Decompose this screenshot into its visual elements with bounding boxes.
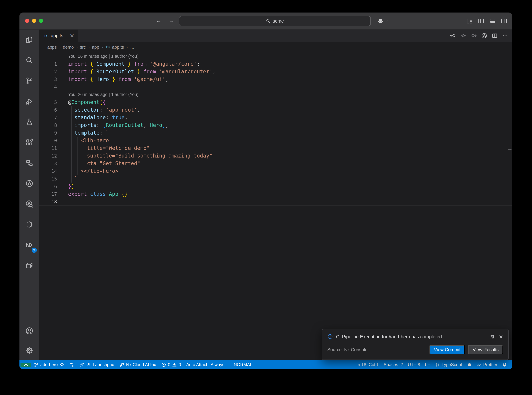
code-line-5[interactable]: 5@Component({ <box>39 99 512 106</box>
statusbar-language-mode[interactable]: {}TypeScript <box>432 360 464 369</box>
split-editor-icon[interactable] <box>492 33 498 38</box>
breadcrumb-item-apps[interactable]: apps <box>47 45 57 49</box>
notification-close-icon[interactable]: ✕ <box>499 334 503 339</box>
search-icon <box>266 19 270 23</box>
activity-item-explorer[interactable] <box>19 30 39 50</box>
changes-icon[interactable] <box>460 33 466 38</box>
line-number: 15 <box>39 175 57 182</box>
code-line-content: subtitle="Build something amazing today" <box>57 152 512 159</box>
activity-item-containers[interactable] <box>19 255 39 276</box>
activity-item-run-debug[interactable] <box>19 91 39 112</box>
more-actions-icon[interactable] <box>502 33 508 38</box>
plug-icon <box>86 362 91 367</box>
code-line-content: title="Welcmoe demo" <box>57 144 512 152</box>
breadcrumb-item-src[interactable]: src <box>80 45 86 49</box>
statusbar-eol[interactable]: LF <box>423 360 432 369</box>
statusbar-notifications-bell[interactable] <box>500 360 509 369</box>
minimize-window-button[interactable] <box>32 19 36 23</box>
statusbar-problems[interactable]: 00 <box>159 360 183 369</box>
command-center-search[interactable]: acme <box>179 16 371 26</box>
view-results-button[interactable]: View Results <box>468 345 503 354</box>
activity-item-nx-console[interactable]: N2 <box>19 235 39 255</box>
activity-item-search[interactable] <box>19 50 39 71</box>
toggle-sidebar-left-icon[interactable] <box>478 17 484 24</box>
code-line-13[interactable]: 13 cta="Get Started" <box>39 159 512 167</box>
code-editor[interactable]: You, 26 minutes ago | 1 author (You)1imp… <box>39 53 512 360</box>
toggle-sidebar-right-icon[interactable] <box>501 17 507 24</box>
zoom-window-button[interactable] <box>39 19 43 23</box>
activity-item-commit-graph[interactable] <box>19 173 39 194</box>
code-line-1[interactable]: 1import { Component } from '@angular/cor… <box>39 60 512 68</box>
back-icon[interactable]: ← <box>156 17 161 24</box>
code-line-17[interactable]: 17export class App {} <box>39 190 512 198</box>
error-icon <box>161 362 166 367</box>
toggle-panel-icon[interactable] <box>489 17 496 24</box>
code-line-8[interactable]: 8 imports: [RouterOutlet, Hero], <box>39 121 512 129</box>
activity-item-settings[interactable] <box>19 340 39 360</box>
code-line-9[interactable]: 9 template: ` <box>39 129 512 137</box>
code-line-7[interactable]: 7 standalone: true, <box>39 114 512 121</box>
statusbar-nx-cloud-fix[interactable]: Nx Cloud AI Fix <box>117 360 158 369</box>
previous-change-icon[interactable] <box>450 33 456 38</box>
statusbar-vim-mode[interactable]: -- NORMAL -- <box>227 360 259 369</box>
notification-settings-gear-icon[interactable] <box>490 334 495 339</box>
indent-guide <box>71 144 72 152</box>
statusbar-branch[interactable]: add-hero <box>31 360 67 369</box>
code-line-content: imports: [RouterOutlet, Hero], <box>57 121 512 129</box>
activity-item-accounts[interactable] <box>19 321 39 340</box>
breadcrumb-item-app[interactable]: app <box>92 45 99 49</box>
line-number: 11 <box>39 144 57 152</box>
next-change-icon[interactable] <box>471 33 477 38</box>
code-line-12[interactable]: 12 subtitle="Build something amazing tod… <box>39 152 512 159</box>
statusbar-cursor-position[interactable]: Ln 18, Col 1 <box>353 360 381 369</box>
rocket-icon <box>80 362 84 367</box>
breadcrumb-item-demo[interactable]: demo <box>63 45 74 49</box>
breadcrumb-item-app.ts[interactable]: app.ts <box>112 45 124 49</box>
activity-item-testing[interactable] <box>19 112 39 132</box>
code-line-2[interactable]: 2import { RouterOutlet } from '@angular/… <box>39 68 512 76</box>
extensions-icon <box>25 138 33 146</box>
code-line-content: selector: 'app-root', <box>57 106 512 114</box>
activity-item-source-control[interactable] <box>19 71 39 91</box>
statusbar-launchpad[interactable]: Launchpad <box>77 360 117 369</box>
code-line-10[interactable]: 10 <lib-hero <box>39 137 512 144</box>
commit-graph-icon[interactable] <box>481 33 487 38</box>
statusbar-compare-changes[interactable] <box>67 360 77 369</box>
indent-guide <box>77 167 78 175</box>
code-line-content: import { RouterOutlet } from '@angular/r… <box>57 68 512 76</box>
code-line-18[interactable]: 18 <box>39 198 512 205</box>
breadcrumb-item-[interactable]: … <box>130 45 134 49</box>
close-tab-icon[interactable]: ✕ <box>70 33 74 38</box>
code-line-11[interactable]: 11 title="Welcmoe demo" <box>39 144 512 152</box>
code-line-content: <lib-hero <box>57 137 512 144</box>
close-window-button[interactable] <box>25 19 29 23</box>
view-commit-button[interactable]: View Commit <box>430 345 465 354</box>
activity-item-edge-tools[interactable] <box>19 214 39 235</box>
tab-app-ts[interactable]: TS app.ts ✕ <box>39 30 78 42</box>
blame-annotation[interactable]: You, 26 minutes ago | 1 author (You) <box>39 53 512 60</box>
indent-guide <box>84 144 84 152</box>
code-line-3[interactable]: 3import { Hero } from '@acme/ui'; <box>39 76 512 83</box>
copilot-menu[interactable] <box>377 12 389 29</box>
blame-annotation[interactable]: You, 26 minutes ago | 1 author (You) <box>39 91 512 99</box>
breadcrumb-separator-icon: › <box>102 45 103 49</box>
activity-item-search-commits[interactable] <box>19 194 39 214</box>
code-line-15[interactable]: 15 `, <box>39 175 512 182</box>
statusbar-auto-attach[interactable]: Auto Attach: Always <box>184 360 227 369</box>
code-line-4[interactable]: 4 <box>39 83 512 91</box>
indent-guide <box>71 106 72 114</box>
activity-item-project-explorer[interactable] <box>19 153 39 173</box>
customize-layout-icon[interactable] <box>466 17 473 24</box>
statusbar-remote[interactable]: >< <box>21 362 31 367</box>
code-line-16[interactable]: 16}) <box>39 182 512 190</box>
code-line-14[interactable]: 14 ></lib-hero> <box>39 167 512 175</box>
statusbar-copilot-status[interactable] <box>464 360 474 369</box>
statusbar-encoding[interactable]: UTF-8 <box>405 360 423 369</box>
activity-item-extensions[interactable] <box>19 132 39 153</box>
code-line-6[interactable]: 6 selector: 'app-root', <box>39 106 512 114</box>
statusbar-indentation[interactable]: Spaces: 2 <box>381 360 405 369</box>
statusbar-formatter[interactable]: Prettier <box>474 360 500 369</box>
copilot-face-icon <box>377 18 384 24</box>
scm-icon <box>25 77 33 85</box>
forward-icon[interactable]: → <box>168 17 174 24</box>
